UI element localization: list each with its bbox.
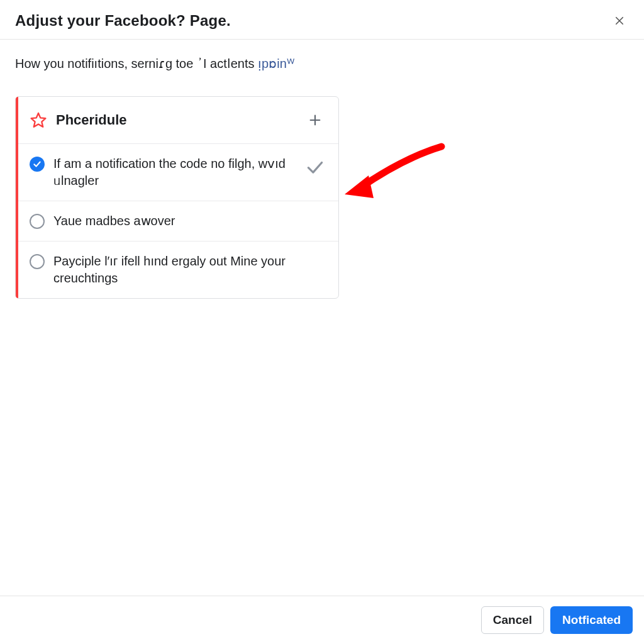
svg-marker-2	[31, 113, 46, 127]
close-button[interactable]	[610, 11, 629, 30]
trailing-check	[306, 158, 325, 177]
option-label: If am a notification the code no filgh, …	[53, 155, 297, 189]
svg-marker-5	[345, 175, 374, 198]
radio-unselected[interactable]	[30, 214, 45, 229]
card-accent	[16, 97, 18, 298]
subtext-link[interactable]: ᴉрɒіnᵂ	[258, 57, 294, 70]
settings-modal: Adjust your Facebook? Page. How you noti…	[0, 0, 644, 644]
close-icon	[614, 15, 625, 26]
modal-title: Adjust your Facebook? Page.	[15, 12, 231, 30]
annotation-arrow-icon	[341, 139, 448, 208]
card-header-left: Phceridule	[30, 111, 126, 129]
option-label: Yaue madbes aᴡover	[53, 213, 325, 230]
check-icon	[33, 160, 42, 169]
card-header: Phceridule	[16, 97, 338, 144]
subtext: How you notifiıtions, serniɾg toe ᾽I act…	[15, 56, 629, 71]
cancel-button[interactable]: Cancel	[481, 606, 544, 634]
modal-body: How you notifiıtions, serniɾg toe ᾽I act…	[0, 40, 644, 596]
modal-footer: Cancel Notficated	[0, 596, 644, 644]
plus-icon	[308, 113, 322, 127]
star-icon	[30, 111, 47, 129]
option-row[interactable]: Yaue madbes aᴡover	[16, 201, 338, 242]
primary-button[interactable]: Notficated	[550, 606, 633, 634]
check-icon	[306, 158, 325, 177]
option-row[interactable]: If am a notification the code no filgh, …	[16, 144, 338, 201]
options-card: Phceridule If am a notification the code…	[15, 96, 339, 299]
radio-unselected[interactable]	[30, 254, 45, 269]
option-row[interactable]: Payciple l′ıг ifell hınd ergaly out Mine…	[16, 242, 338, 298]
radio-selected[interactable]	[30, 157, 45, 172]
add-button[interactable]	[306, 111, 325, 130]
card-title: Phceridule	[56, 112, 126, 128]
option-label: Payciple l′ıг ifell hınd ergaly out Mine…	[53, 253, 325, 287]
subtext-prefix: How you notifiıtions, serniɾg toe ᾽I act…	[15, 57, 258, 70]
modal-header: Adjust your Facebook? Page.	[0, 0, 644, 40]
